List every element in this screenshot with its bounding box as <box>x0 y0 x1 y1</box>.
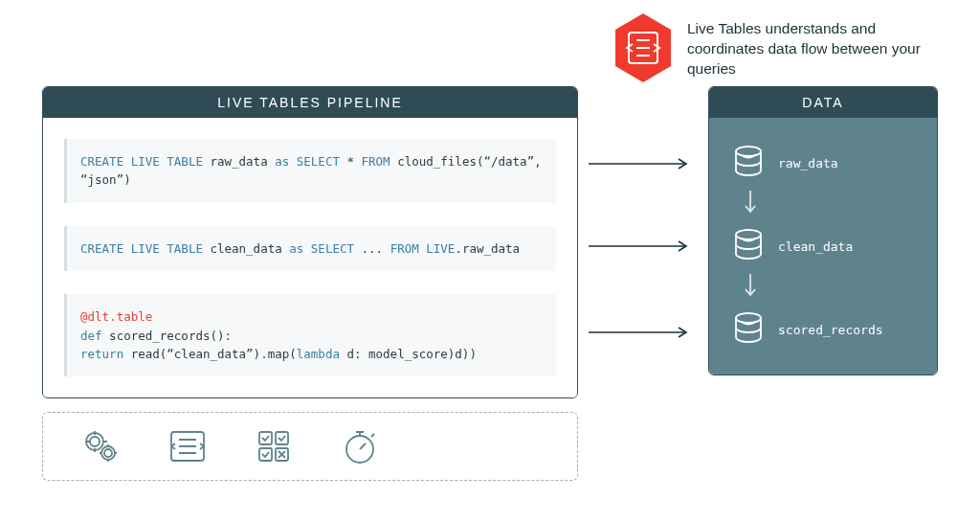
icon-strip <box>42 412 578 481</box>
hex-badge-icon <box>612 11 675 84</box>
cylinder-icon <box>732 228 765 264</box>
data-item: clean_data <box>732 228 853 264</box>
cylinder-icon <box>732 311 765 348</box>
code-block: @dlt.tabledef scored_records(): return r… <box>64 294 556 376</box>
svg-rect-16 <box>276 432 288 444</box>
data-panel: DATA raw_data clean_data scored_records <box>708 86 938 375</box>
data-body: raw_data clean_data scored_records <box>709 118 937 374</box>
flow-arrow-2 <box>589 245 694 247</box>
code-block: CREATE LIVE TABLE raw_data as SELECT * F… <box>64 139 556 203</box>
flow-arrow-down-icon <box>744 274 757 302</box>
pipeline-panel: LIVE TABLES PIPELINE CREATE LIVE TABLE r… <box>42 86 578 398</box>
pipeline-body: CREATE LIVE TABLE raw_data as SELECT * F… <box>43 118 577 397</box>
svg-point-10 <box>90 437 100 446</box>
svg-point-5 <box>736 147 761 156</box>
data-item: raw_data <box>732 145 838 181</box>
svg-point-12 <box>104 449 112 457</box>
grid-icon <box>254 426 294 466</box>
flow-arrow-1 <box>589 163 694 165</box>
svg-point-7 <box>736 230 761 239</box>
cylinder-icon <box>732 145 765 181</box>
flow-icon <box>167 426 208 466</box>
code-block: CREATE LIVE TABLE clean_data as SELECT .… <box>64 226 556 271</box>
svg-rect-17 <box>259 448 272 461</box>
cogs-icon <box>81 426 122 466</box>
flow-arrow-3 <box>589 331 694 333</box>
data-title: DATA <box>709 87 937 118</box>
data-item-label: raw_data <box>778 156 838 170</box>
flow-arrow-down-icon <box>744 191 757 218</box>
data-item-label: scored_records <box>778 323 883 337</box>
data-item: scored_records <box>732 311 883 348</box>
pipeline-title: LIVE TABLES PIPELINE <box>43 87 577 118</box>
timer-icon <box>340 426 380 466</box>
tagline-text: Live Tables understands and coordinates … <box>687 19 936 79</box>
svg-point-9 <box>736 313 761 323</box>
data-item-label: clean_data <box>778 239 853 254</box>
